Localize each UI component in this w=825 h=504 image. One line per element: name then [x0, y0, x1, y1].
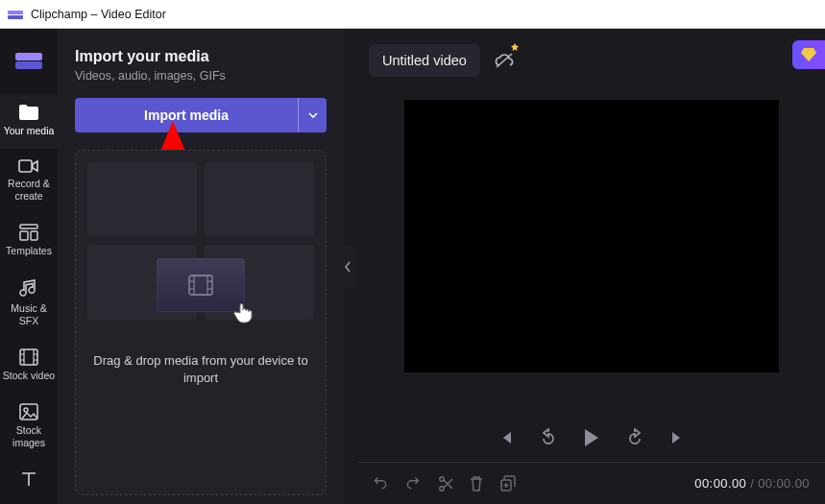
- upgrade-premium-button[interactable]: [792, 40, 825, 69]
- skip-end-button[interactable]: [669, 430, 685, 445]
- window-title: Clipchamp – Video Editor: [31, 8, 166, 21]
- timeline-timecode: 00:00.00/00:00.00: [694, 476, 810, 491]
- skip-previous-icon: [498, 430, 514, 445]
- svg-rect-5: [20, 225, 37, 228]
- redo-button[interactable]: [405, 476, 423, 492]
- preview-area: Untitled video: [357, 29, 825, 504]
- split-button[interactable]: [438, 475, 453, 492]
- editor-topbar: Untitled video: [357, 29, 825, 81]
- sidebar-item-text[interactable]: [0, 461, 58, 503]
- video-canvas[interactable]: [404, 100, 779, 372]
- hand-cursor-icon: [231, 300, 256, 325]
- panel-divider: [344, 29, 357, 504]
- dropzone-thumbnail: [157, 258, 245, 312]
- project-title-input[interactable]: Untitled video: [369, 44, 480, 77]
- undo-button[interactable]: [373, 476, 390, 492]
- time-current: 00:00.00: [694, 476, 746, 491]
- forward-button[interactable]: [625, 428, 644, 447]
- diamond-icon: [800, 47, 817, 62]
- cloud-sync-button[interactable]: [490, 46, 519, 75]
- project-title-text: Untitled video: [382, 53, 467, 68]
- sidebar-item-stock-video[interactable]: Stock video: [0, 339, 58, 394]
- playback-controls: [357, 414, 825, 462]
- text-icon: [20, 470, 37, 488]
- delete-button[interactable]: [469, 475, 484, 492]
- clipchamp-logo-icon: [14, 50, 43, 71]
- sidebar-item-stock-images[interactable]: Stock images: [0, 394, 58, 461]
- sidebar-item-record-create[interactable]: Record & create: [0, 149, 58, 214]
- folder-icon: [18, 104, 39, 121]
- svg-rect-4: [19, 160, 32, 172]
- play-button[interactable]: [583, 428, 600, 447]
- import-media-label: Import media: [144, 108, 229, 123]
- sidebar-item-label: Music & SFX: [2, 302, 56, 327]
- sidebar-item-label: Templates: [6, 245, 52, 257]
- import-media-split-button: Import media: [75, 98, 327, 132]
- collapse-panel-button[interactable]: [338, 246, 357, 288]
- svg-rect-8: [20, 349, 37, 365]
- sidebar-item-label: Your media: [4, 125, 55, 137]
- nav-sidebar: Your media Record & create Templates Mus…: [0, 29, 58, 504]
- camera-icon: [18, 158, 39, 174]
- duplicate-button[interactable]: [499, 475, 517, 492]
- sidebar-item-label: Record & create: [2, 178, 56, 203]
- music-icon: [19, 279, 38, 299]
- undo-icon: [373, 476, 390, 492]
- media-panel-heading: Import your media: [75, 48, 327, 65]
- svg-rect-7: [31, 231, 37, 240]
- sidebar-item-music-sfx[interactable]: Music & SFX: [0, 270, 58, 339]
- trash-icon: [469, 475, 484, 492]
- svg-point-10: [24, 408, 28, 412]
- svg-rect-6: [20, 231, 28, 240]
- svg-rect-3: [15, 61, 42, 69]
- templates-icon: [19, 224, 38, 241]
- play-icon: [583, 428, 600, 447]
- media-panel-subheading: Videos, audio, images, GIFs: [75, 69, 327, 83]
- premium-badge-icon: [509, 42, 521, 54]
- svg-rect-0: [8, 11, 23, 14]
- svg-rect-12: [189, 276, 212, 295]
- cloud-off-icon: [494, 52, 515, 69]
- replay-icon: [539, 428, 558, 447]
- skip-next-icon: [669, 430, 685, 445]
- chevron-down-icon: [308, 112, 318, 118]
- time-total: 00:00.00: [758, 476, 810, 491]
- import-media-button[interactable]: Import media: [75, 98, 298, 132]
- sidebar-item-label: Stock images: [2, 424, 56, 449]
- video-stage: [357, 81, 825, 414]
- app-logo-icon: [8, 9, 23, 20]
- skip-start-button[interactable]: [498, 430, 514, 445]
- dropzone-text: Drag & drop media from your device to im…: [93, 352, 308, 387]
- forward-icon: [625, 428, 644, 447]
- redo-icon: [405, 476, 423, 492]
- media-panel: Import your media Videos, audio, images,…: [58, 29, 344, 504]
- timeline-toolbar: 00:00.00/00:00.00: [357, 462, 825, 504]
- window-titlebar: Clipchamp – Video Editor: [0, 0, 825, 29]
- film-icon: [19, 348, 38, 366]
- scissors-icon: [438, 475, 453, 492]
- svg-rect-2: [15, 53, 42, 60]
- sidebar-item-templates[interactable]: Templates: [0, 214, 58, 269]
- image-icon: [19, 403, 38, 420]
- svg-rect-1: [8, 15, 23, 19]
- sidebar-item-your-media[interactable]: Your media: [0, 94, 58, 149]
- copy-plus-icon: [499, 475, 517, 492]
- import-media-dropdown-button[interactable]: [298, 98, 327, 132]
- media-dropzone[interactable]: Drag & drop media from your device to im…: [75, 150, 327, 495]
- chevron-left-icon: [344, 261, 352, 273]
- app-home-button[interactable]: [0, 35, 58, 94]
- sidebar-item-label: Stock video: [3, 370, 55, 382]
- film-strip-icon: [188, 275, 213, 296]
- rewind-button[interactable]: [539, 428, 558, 447]
